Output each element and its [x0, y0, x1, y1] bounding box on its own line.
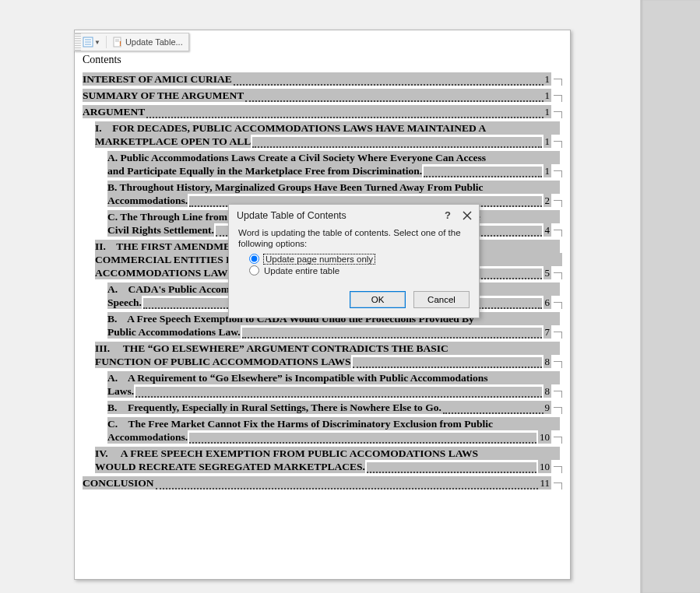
dialog-titlebar: Update Table of Contents ? — [229, 205, 479, 226]
svg-text:!: ! — [119, 40, 121, 47]
toc-page-number: 1 — [543, 164, 552, 177]
toc-spur — [554, 95, 562, 102]
toc-page-number: 5 — [543, 266, 552, 279]
toc-entry-title-line: C. The Free Market Cannot Fix the Harms … — [107, 417, 560, 430]
dialog-title: Update Table of Contents — [237, 210, 346, 221]
toc-leader — [252, 137, 541, 148]
toc-spur — [554, 482, 562, 489]
toc-entry-title: ARGUMENT — [83, 105, 145, 118]
toc-spur — [554, 302, 562, 309]
toc-page-number: 8 — [543, 355, 552, 368]
close-icon[interactable] — [462, 210, 473, 221]
toc-leader — [367, 462, 536, 473]
toc-entry[interactable]: I. FOR DECADES, PUBLIC ACCOMMODATIONS LA… — [95, 121, 562, 148]
toc-entry-title-line: ACCOMMODATIONS LAWS. — [95, 266, 236, 279]
toc-spur — [554, 200, 562, 207]
update-table-button[interactable]: ! Update Table... — [109, 33, 186, 51]
toc-page-number: 1 — [545, 89, 552, 102]
cancel-button[interactable]: Cancel — [413, 291, 470, 308]
toc-entry-title-line: B. Throughout History, Marginalized Grou… — [107, 181, 560, 194]
contents-heading: Contents — [79, 52, 565, 66]
toc-leader — [242, 328, 542, 339]
toc-leader — [234, 75, 543, 86]
refresh-icon: ! — [112, 37, 123, 47]
toc-entry[interactable]: A. Public Accommodations Laws Create a C… — [107, 151, 562, 177]
toc-spur — [554, 79, 562, 86]
toc-spur — [554, 272, 562, 279]
toc-entry[interactable]: INTEREST OF AMICI CURIAE1 — [83, 72, 562, 86]
toc-entry-title-line: Accommodations. — [107, 430, 188, 444]
option-entire-table-label: Update entire table — [264, 266, 339, 275]
toc-entry[interactable]: CONCLUSION11 — [83, 476, 562, 489]
option-page-numbers-only-label: Update page numbers only — [264, 254, 375, 264]
update-table-label: Update Table... — [125, 37, 183, 47]
toc-entry[interactable]: IV. A FREE SPEECH EXEMPTION FROM PUBLIC … — [95, 447, 562, 473]
toc-leader — [353, 357, 542, 368]
toc-leader — [424, 167, 541, 177]
toc-page-number: 1 — [543, 135, 552, 148]
toc-leader — [443, 403, 543, 414]
toc-entry[interactable]: B. Frequently, Especially in Rural Setti… — [107, 401, 562, 414]
toc-page-number: 8 — [543, 384, 552, 398]
toc-entry-title-line: IV. A FREE SPEECH EXEMPTION FROM PUBLIC … — [95, 447, 560, 460]
toc-spur — [554, 407, 562, 414]
toc-entry-title-line: I. FOR DECADES, PUBLIC ACCOMMODATIONS LA… — [95, 121, 560, 135]
dialog-body: Word is updating the table of contents. … — [229, 226, 479, 286]
toc-entry-title-line: WOULD RECREATE SEGREGATED MARKETPLACES. — [95, 460, 365, 473]
toc-entry-title: SUMMARY OF THE ARGUMENT — [83, 89, 244, 102]
toc-entry[interactable]: C. The Free Market Cannot Fix the Harms … — [107, 417, 562, 444]
toc-page-number: 10 — [538, 430, 551, 444]
update-toc-dialog: Update Table of Contents ? Word is updat… — [228, 204, 480, 318]
toc-spur — [554, 332, 562, 339]
toc-spur — [554, 437, 562, 444]
option-page-numbers-only[interactable]: Update page numbers only — [249, 254, 470, 264]
toc-leader — [245, 91, 543, 102]
toc-entry-title: B. Frequently, Especially in Rural Setti… — [107, 401, 441, 414]
toc-entry-title-line: III. THE “GO ELSEWHERE” ARGUMENT CONTRAD… — [95, 342, 560, 355]
toc-toolbar: ▼ ! Update Table... — [74, 33, 189, 51]
toc-page-number: 6 — [543, 296, 552, 309]
toc-page-number: 4 — [543, 223, 552, 237]
toc-entry-title-line: FUNCTION OF PUBLIC ACCOMMODATIONS LAWS — [95, 355, 351, 368]
toc-spur — [554, 111, 562, 118]
toc-entry[interactable]: B. Throughout History, Marginalized Grou… — [107, 181, 562, 207]
toc-entry-title-line: Civil Rights Settlement. — [107, 223, 214, 237]
toc-page-number: 7 — [543, 325, 552, 339]
toc-style-icon[interactable] — [83, 37, 93, 47]
toc-entry-title-line: Laws. — [107, 384, 134, 398]
toc-entry-title-line: Accommodations. — [107, 194, 188, 207]
toolbar-drag-handle[interactable] — [75, 33, 81, 51]
toc-page-number: 10 — [538, 460, 551, 473]
dialog-message: Word is updating the table of contents. … — [238, 227, 470, 249]
ok-button[interactable]: OK — [350, 291, 406, 308]
toc-page-number: 1 — [545, 105, 552, 118]
toc-spur — [554, 230, 562, 237]
dialog-button-row: OK Cancel — [229, 286, 479, 318]
toc-spur — [554, 391, 562, 398]
toc-entry-title-line: MARKETPLACE OPEN TO ALL — [95, 135, 251, 148]
toolbar-separator — [106, 36, 107, 48]
option-entire-table[interactable]: Update entire table — [249, 265, 470, 275]
toc-page-number: 9 — [545, 401, 552, 414]
toc-entry-title-line: A. A Requirement to “Go Elsewhere” is In… — [107, 371, 560, 384]
toc-leader — [156, 479, 539, 489]
toc-style-dropdown-caret[interactable]: ▼ — [94, 39, 100, 46]
toc-entry[interactable]: III. THE “GO ELSEWHERE” ARGUMENT CONTRAD… — [95, 342, 562, 368]
toc-spur — [554, 361, 562, 368]
toc-entry-title: CONCLUSION — [83, 476, 154, 489]
toc-entry-title-line: and Participate Equally in the Marketpla… — [107, 164, 422, 177]
toc-entry[interactable]: SUMMARY OF THE ARGUMENT1 — [83, 89, 562, 102]
toc-page-number: 11 — [540, 476, 551, 489]
toc-leader — [135, 387, 541, 398]
radio-page-numbers-only[interactable] — [249, 254, 259, 264]
toc-spur — [554, 141, 562, 148]
radio-entire-table[interactable] — [249, 265, 259, 275]
toc-entry-title-line: Public Accommodations Law. — [107, 325, 241, 339]
scrollbar[interactable] — [660, 0, 670, 593]
app-right-gutter — [640, 0, 700, 593]
toc-entry[interactable]: ARGUMENT1 — [83, 105, 562, 118]
dialog-help-button[interactable]: ? — [445, 209, 451, 221]
toc-entry[interactable]: A. A Requirement to “Go Elsewhere” is In… — [107, 371, 562, 398]
toc-entry-title: INTEREST OF AMICI CURIAE — [83, 72, 232, 86]
toc-page-number: 2 — [543, 194, 552, 207]
